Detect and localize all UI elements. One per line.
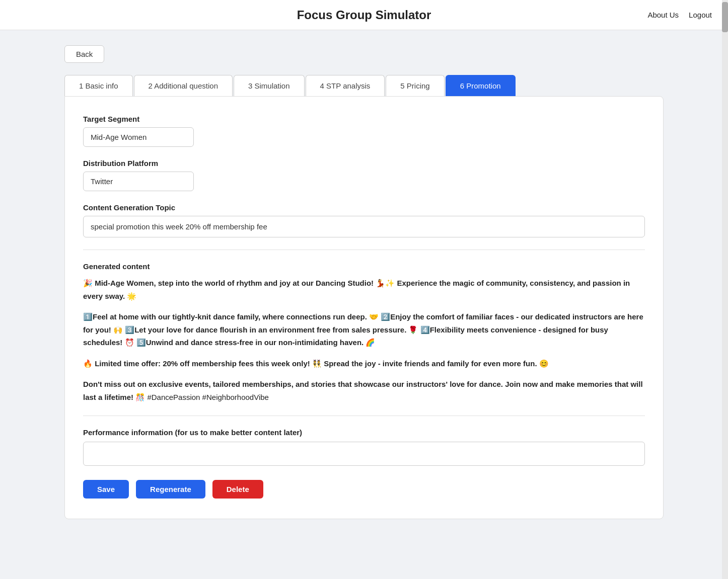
content-card: Target Segment Distribution Platform Con… bbox=[64, 96, 664, 519]
content-generation-topic-input[interactable] bbox=[83, 216, 645, 237]
header-nav: About Us Logout bbox=[647, 11, 712, 19]
tab-additional-question[interactable]: 2 Additional question bbox=[134, 75, 233, 96]
distribution-platform-group: Distribution Platform bbox=[83, 159, 645, 191]
header: Focus Group Simulator About Us Logout bbox=[0, 0, 728, 30]
divider-2 bbox=[83, 416, 645, 416]
content-generation-topic-group: Content Generation Topic bbox=[83, 203, 645, 237]
logout-link[interactable]: Logout bbox=[689, 11, 712, 19]
back-button[interactable]: Back bbox=[64, 45, 104, 63]
scrollbar-thumb bbox=[722, 2, 728, 32]
tabs-bar: 1 Basic info 2 Additional question 3 Sim… bbox=[64, 75, 664, 96]
divider bbox=[83, 250, 645, 250]
performance-info-group: Performance information (for us to make … bbox=[83, 428, 645, 466]
app-title: Focus Group Simulator bbox=[297, 8, 431, 22]
generated-paragraph-1: 🎉 Mid-Age Women, step into the world of … bbox=[83, 277, 645, 302]
tab-stp-analysis[interactable]: 4 STP analysis bbox=[306, 75, 385, 96]
delete-button[interactable]: Delete bbox=[212, 480, 263, 499]
main-container: Back 1 Basic info 2 Additional question … bbox=[54, 30, 674, 549]
distribution-platform-input[interactable] bbox=[83, 172, 194, 191]
distribution-platform-label: Distribution Platform bbox=[83, 159, 645, 168]
target-segment-label: Target Segment bbox=[83, 115, 645, 123]
save-button[interactable]: Save bbox=[83, 480, 129, 499]
generated-content: 🎉 Mid-Age Women, step into the world of … bbox=[83, 277, 645, 403]
tab-basic-info[interactable]: 1 Basic info bbox=[64, 75, 133, 96]
generated-paragraph-2: 1️⃣Feel at home with our tightly-knit da… bbox=[83, 310, 645, 349]
tab-promotion[interactable]: 6 Promotion bbox=[446, 75, 516, 96]
tab-pricing[interactable]: 5 Pricing bbox=[386, 75, 444, 96]
regenerate-button[interactable]: Regenerate bbox=[136, 480, 205, 499]
performance-info-input[interactable] bbox=[83, 442, 645, 466]
action-buttons: Save Regenerate Delete bbox=[83, 480, 645, 499]
target-segment-input[interactable] bbox=[83, 127, 194, 147]
about-us-link[interactable]: About Us bbox=[647, 11, 679, 19]
content-generation-topic-label: Content Generation Topic bbox=[83, 203, 645, 212]
performance-info-label: Performance information (for us to make … bbox=[83, 428, 645, 437]
tab-simulation[interactable]: 3 Simulation bbox=[234, 75, 305, 96]
generated-paragraph-4: Don't miss out on exclusive events, tail… bbox=[83, 378, 645, 403]
generated-paragraph-3: 🔥 Limited time offer: 20% off membership… bbox=[83, 357, 645, 370]
generated-content-label: Generated content bbox=[83, 262, 645, 271]
target-segment-group: Target Segment bbox=[83, 115, 645, 147]
page-scrollbar[interactable] bbox=[722, 0, 728, 579]
